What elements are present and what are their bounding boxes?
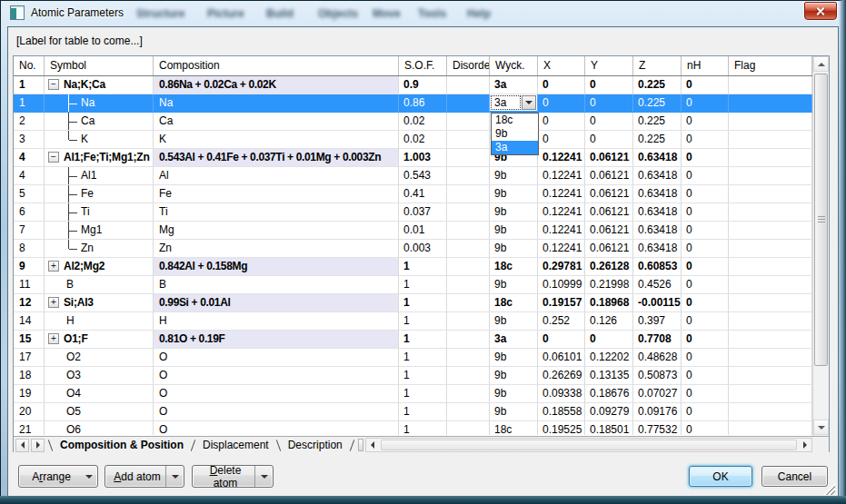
cell-wyck[interactable]: 9b — [490, 367, 538, 385]
cell-flag[interactable] — [729, 312, 812, 331]
cell-nh[interactable]: 0 — [682, 312, 729, 331]
cell-x[interactable]: 0.252 — [538, 312, 585, 331]
cell-nh[interactable]: 0 — [682, 403, 729, 421]
resize-grip[interactable] — [824, 484, 835, 495]
tab-description[interactable]: Description — [279, 437, 352, 453]
cell-wyck[interactable]: 9b — [490, 167, 538, 185]
cell-y[interactable]: 0.18676 — [585, 385, 633, 403]
cell-symbol[interactable]: Ca — [45, 113, 154, 131]
cell-symbol[interactable]: +O1;F — [45, 331, 154, 349]
wyckoff-combobox-value[interactable]: 3a — [491, 95, 521, 110]
titlebar[interactable]: StructurePictureBuildObjectsMoveToolsHel… — [0, 0, 846, 26]
cell-disorder[interactable] — [447, 222, 490, 240]
cell-disorder[interactable] — [447, 203, 490, 222]
cell-nh[interactable]: 0 — [682, 367, 729, 385]
cell-y[interactable]: 0 — [585, 113, 633, 131]
cell-y[interactable]: 0.126 — [585, 312, 633, 331]
cell-composition[interactable]: 0.81O + 0.19F — [154, 331, 399, 349]
cell-nh[interactable]: 0 — [682, 185, 729, 203]
cell-no[interactable]: 2 — [14, 113, 45, 131]
vertical-scrollbar[interactable] — [812, 56, 829, 436]
cell-wyck[interactable]: 18c — [490, 258, 538, 276]
cell-sof[interactable]: 0.9 — [399, 76, 447, 94]
cell-wyck[interactable]: 9b — [490, 312, 538, 331]
cell-composition[interactable]: Al — [154, 167, 399, 185]
cell-nh[interactable]: 0 — [682, 76, 729, 94]
cell-flag[interactable] — [729, 331, 812, 349]
cell-no[interactable]: 9 — [14, 258, 45, 276]
cell-composition[interactable]: O — [154, 367, 399, 385]
cell-x[interactable]: 0.18558 — [538, 403, 585, 421]
cell-disorder[interactable] — [447, 94, 490, 113]
table-row[interactable]: 4Al1Al0.5439b0.122410.061210.634180 — [14, 167, 812, 185]
cell-x[interactable]: 0.26269 — [538, 367, 585, 385]
cell-disorder[interactable] — [447, 276, 490, 294]
cell-flag[interactable] — [729, 276, 812, 294]
table-row[interactable]: 20O5O19b0.185580.092790.091760 — [14, 403, 812, 421]
cell-flag[interactable] — [729, 167, 812, 185]
cell-symbol[interactable]: +Si;Al3 — [45, 294, 154, 312]
cell-z[interactable]: 0.63418 — [633, 240, 682, 258]
cell-no[interactable]: 11 — [14, 276, 45, 294]
cell-z[interactable]: 0.48628 — [633, 349, 682, 367]
table-row[interactable]: 5FeFe0.419b0.122410.061210.634180 — [14, 185, 812, 203]
cell-wyck[interactable]: 9b — [490, 385, 538, 403]
cell-z[interactable]: 0.50873 — [633, 367, 682, 385]
cell-sof[interactable]: 0.02 — [399, 113, 447, 131]
cell-symbol[interactable]: B — [45, 276, 154, 294]
cell-no[interactable]: 19 — [14, 385, 45, 403]
cell-nh[interactable]: 0 — [682, 131, 729, 149]
table-row[interactable]: 15+O1;F0.81O + 0.19F13a000.77080 — [14, 331, 812, 349]
cell-z[interactable]: 0.225 — [633, 113, 682, 131]
cell-z[interactable]: 0.63418 — [633, 167, 682, 185]
cell-x[interactable]: 0 — [538, 331, 585, 349]
cell-nh[interactable]: 0 — [682, 167, 729, 185]
delete-atom-menu-arrow[interactable] — [254, 466, 273, 487]
cell-symbol[interactable]: Fe — [45, 185, 154, 203]
expand-icon[interactable]: + — [48, 297, 59, 308]
cell-y[interactable]: 0 — [585, 131, 633, 149]
table-row[interactable]: 6TiTi0.0379b0.122410.061210.634180 — [14, 203, 812, 222]
cell-wyck[interactable]: 18c — [490, 421, 538, 435]
cell-sof[interactable]: 1 — [399, 294, 447, 312]
cell-disorder[interactable] — [447, 149, 490, 167]
cell-composition[interactable]: 0.842Al + 0.158Mg — [154, 258, 399, 276]
cell-disorder[interactable] — [447, 385, 490, 403]
cell-wyck[interactable]: 9b — [490, 203, 538, 222]
cell-flag[interactable] — [729, 113, 812, 131]
cell-z[interactable]: 0.63418 — [633, 185, 682, 203]
cell-z[interactable]: 0.77532 — [633, 421, 682, 435]
column-header-flag[interactable]: Flag — [729, 56, 812, 75]
expand-icon[interactable]: + — [48, 261, 59, 272]
cell-no[interactable]: 6 — [14, 203, 45, 222]
cell-nh[interactable]: 0 — [682, 113, 729, 131]
cell-nh[interactable]: 0 — [682, 421, 729, 435]
cell-no[interactable]: 4 — [14, 167, 45, 185]
cell-disorder[interactable] — [447, 258, 490, 276]
cell-disorder[interactable] — [447, 403, 490, 421]
cell-x[interactable]: 0.19525 — [538, 421, 585, 435]
cell-sof[interactable]: 0.86 — [399, 94, 447, 113]
cell-no[interactable]: 1 — [14, 76, 45, 94]
cell-wyck[interactable]: 9b — [490, 276, 538, 294]
cell-sof[interactable]: 1 — [399, 258, 447, 276]
cell-symbol[interactable]: O3 — [45, 367, 154, 385]
table-row[interactable]: 9+Al2;Mg20.842Al + 0.158Mg118c0.297810.2… — [14, 258, 812, 276]
cell-sof[interactable]: 0.543 — [399, 167, 447, 185]
column-header-wyck[interactable]: Wyck. — [490, 56, 538, 75]
cell-x[interactable]: 0.19157 — [538, 294, 585, 312]
column-header-composition[interactable]: Composition — [154, 56, 399, 75]
cell-y[interactable]: 0.09279 — [585, 403, 633, 421]
cell-x[interactable]: 0 — [538, 94, 585, 113]
cell-symbol[interactable]: O5 — [45, 403, 154, 421]
cell-symbol[interactable]: H — [45, 312, 154, 331]
cell-y[interactable]: 0.18501 — [585, 421, 633, 435]
cell-disorder[interactable] — [447, 240, 490, 258]
delete-atom-button[interactable]: Delete atom — [192, 465, 274, 488]
cell-flag[interactable] — [729, 203, 812, 222]
cell-flag[interactable] — [729, 258, 812, 276]
cell-disorder[interactable] — [447, 421, 490, 435]
cell-x[interactable]: 0.09338 — [538, 385, 585, 403]
cell-flag[interactable] — [729, 131, 812, 149]
cell-nh[interactable]: 0 — [682, 294, 729, 312]
